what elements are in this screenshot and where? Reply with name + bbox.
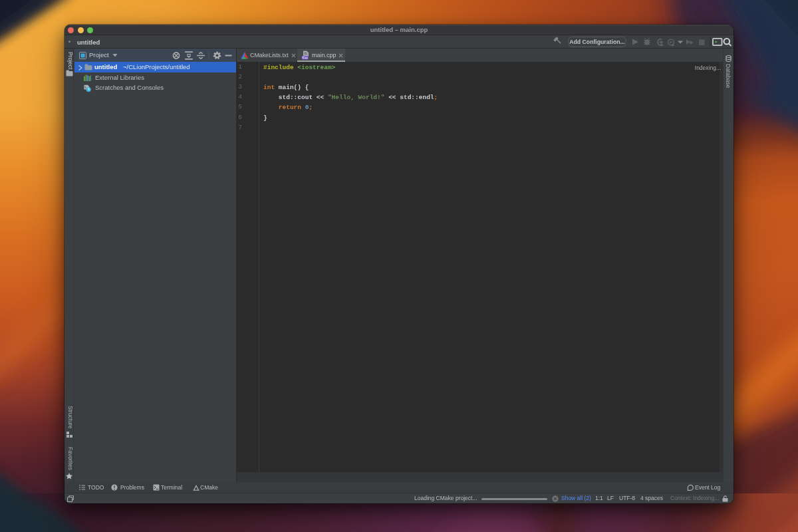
svg-text:Add Configuration...: Add Configuration... (569, 39, 624, 45)
svg-text:C++: C++ (303, 56, 309, 59)
